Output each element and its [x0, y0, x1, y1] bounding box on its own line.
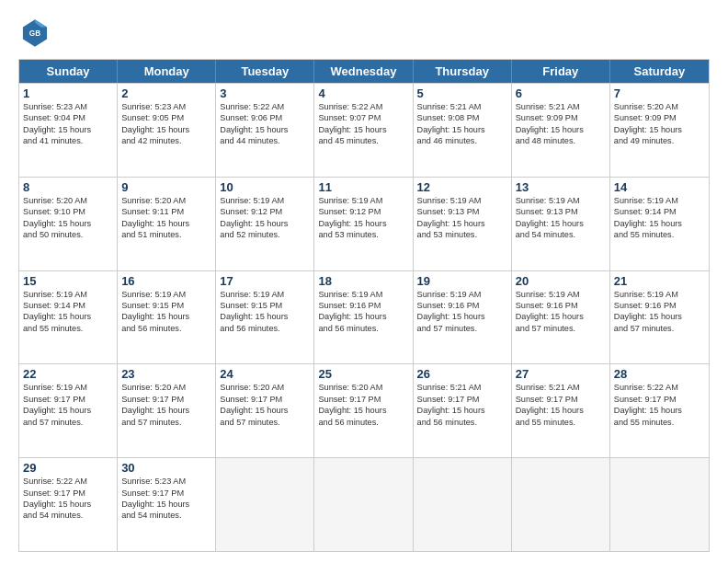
day-cell-9: 9Sunrise: 5:20 AMSunset: 9:11 PMDaylight…	[118, 178, 216, 270]
day-number: 2	[121, 86, 211, 100]
day-number: 19	[417, 274, 507, 288]
cell-line: Sunrise: 5:19 AM	[614, 195, 705, 206]
day-cell-23: 23Sunrise: 5:20 AMSunset: 9:17 PMDayligh…	[118, 364, 216, 457]
cell-line: Sunrise: 5:20 AM	[614, 101, 705, 112]
day-cell-21: 21Sunrise: 5:19 AMSunset: 9:16 PMDayligh…	[610, 271, 709, 364]
cell-line: and 52 minutes.	[220, 229, 310, 240]
day-number: 3	[220, 86, 310, 100]
cell-line: and 55 minutes.	[614, 417, 705, 428]
cell-line: Sunrise: 5:19 AM	[121, 289, 211, 300]
cell-line: and 55 minutes.	[614, 229, 705, 240]
cell-line: Sunset: 9:17 PM	[121, 488, 211, 499]
cell-line: Sunrise: 5:19 AM	[220, 289, 310, 300]
calendar: SundayMondayTuesdayWednesdayThursdayFrid…	[18, 59, 710, 552]
cell-line: Daylight: 15 hours	[121, 499, 211, 510]
logo: GB	[18, 17, 57, 50]
cell-line: Daylight: 15 hours	[220, 218, 310, 229]
cell-line: and 57 minutes.	[220, 417, 310, 428]
calendar-row-3: 22Sunrise: 5:19 AMSunset: 9:17 PMDayligh…	[19, 363, 709, 457]
cell-line: and 57 minutes.	[121, 417, 211, 428]
cell-line: Sunset: 9:16 PM	[614, 300, 705, 311]
cell-line: Sunset: 9:05 PM	[121, 112, 211, 123]
cell-line: Sunset: 9:08 PM	[417, 112, 507, 123]
cell-line: and 56 minutes.	[318, 323, 408, 334]
day-number: 25	[318, 367, 408, 381]
cell-line: Sunrise: 5:19 AM	[417, 289, 507, 300]
cell-line: Sunset: 9:14 PM	[23, 300, 113, 311]
day-number: 7	[614, 86, 705, 100]
day-number: 23	[121, 367, 211, 381]
cell-line: Daylight: 15 hours	[417, 124, 507, 135]
day-cell-8: 8Sunrise: 5:20 AMSunset: 9:10 PMDaylight…	[19, 178, 118, 270]
cell-line: Sunrise: 5:19 AM	[23, 289, 113, 300]
cell-line: and 56 minutes.	[220, 323, 310, 334]
day-cell-24: 24Sunrise: 5:20 AMSunset: 9:17 PMDayligh…	[216, 364, 314, 457]
day-number: 11	[318, 180, 408, 194]
cell-line: and 51 minutes.	[121, 229, 211, 240]
cell-line: Sunrise: 5:23 AM	[121, 476, 211, 487]
day-number: 21	[614, 274, 705, 288]
day-cell-29: 29Sunrise: 5:22 AMSunset: 9:17 PMDayligh…	[19, 458, 118, 551]
cell-line: Sunset: 9:14 PM	[614, 206, 705, 217]
cell-line: and 53 minutes.	[417, 229, 507, 240]
header-day-monday: Monday	[118, 60, 216, 83]
cell-line: Sunrise: 5:20 AM	[121, 195, 211, 206]
cell-line: and 56 minutes.	[318, 417, 408, 428]
cell-line: Daylight: 15 hours	[516, 124, 606, 135]
cell-line: Sunset: 9:15 PM	[220, 300, 310, 311]
cell-line: and 42 minutes.	[121, 135, 211, 146]
cell-line: Sunset: 9:17 PM	[516, 394, 606, 405]
day-number: 4	[318, 86, 408, 100]
calendar-row-0: 1Sunrise: 5:23 AMSunset: 9:04 PMDaylight…	[19, 83, 709, 177]
day-number: 20	[516, 274, 606, 288]
day-cell-27: 27Sunrise: 5:21 AMSunset: 9:17 PMDayligh…	[512, 364, 610, 457]
day-cell-16: 16Sunrise: 5:19 AMSunset: 9:15 PMDayligh…	[118, 271, 216, 364]
cell-line: and 57 minutes.	[516, 323, 606, 334]
header-day-saturday: Saturday	[610, 60, 709, 83]
day-cell-22: 22Sunrise: 5:19 AMSunset: 9:17 PMDayligh…	[19, 364, 118, 457]
cell-line: Sunrise: 5:19 AM	[318, 195, 408, 206]
cell-line: Daylight: 15 hours	[417, 405, 507, 416]
calendar-row-1: 8Sunrise: 5:20 AMSunset: 9:10 PMDaylight…	[19, 177, 709, 270]
cell-line: Sunset: 9:13 PM	[417, 206, 507, 217]
cell-line: and 41 minutes.	[23, 135, 113, 146]
cell-line: and 54 minutes.	[23, 510, 113, 521]
day-number: 29	[23, 461, 113, 475]
cell-line: Sunrise: 5:23 AM	[121, 101, 211, 112]
day-cell-19: 19Sunrise: 5:19 AMSunset: 9:16 PMDayligh…	[414, 271, 512, 364]
cell-line: and 54 minutes.	[516, 229, 606, 240]
cell-line: Sunrise: 5:21 AM	[516, 101, 606, 112]
cell-line: Sunset: 9:15 PM	[121, 300, 211, 311]
cell-line: Daylight: 15 hours	[23, 499, 113, 510]
page: GB SundayMondayTuesdayWednesdayThursdayF…	[0, 0, 728, 563]
cell-line: Sunset: 9:16 PM	[318, 300, 408, 311]
cell-line: Daylight: 15 hours	[318, 124, 408, 135]
day-cell-17: 17Sunrise: 5:19 AMSunset: 9:15 PMDayligh…	[216, 271, 314, 364]
cell-line: and 54 minutes.	[121, 510, 211, 521]
day-number: 14	[614, 180, 705, 194]
day-cell-4: 4Sunrise: 5:22 AMSunset: 9:07 PMDaylight…	[314, 84, 413, 177]
day-number: 15	[23, 274, 113, 288]
cell-line: Sunrise: 5:19 AM	[417, 195, 507, 206]
header-day-wednesday: Wednesday	[314, 60, 413, 83]
day-cell-13: 13Sunrise: 5:19 AMSunset: 9:13 PMDayligh…	[512, 178, 610, 270]
cell-line: and 55 minutes.	[516, 417, 606, 428]
cell-line: Sunset: 9:17 PM	[220, 394, 310, 405]
cell-line: and 57 minutes.	[23, 417, 113, 428]
cell-line: Sunrise: 5:21 AM	[417, 382, 507, 393]
day-cell-11: 11Sunrise: 5:19 AMSunset: 9:12 PMDayligh…	[314, 178, 413, 270]
day-number: 9	[121, 180, 211, 194]
day-cell-10: 10Sunrise: 5:19 AMSunset: 9:12 PMDayligh…	[216, 178, 314, 270]
day-cell-30: 30Sunrise: 5:23 AMSunset: 9:17 PMDayligh…	[118, 458, 216, 551]
day-cell-12: 12Sunrise: 5:19 AMSunset: 9:13 PMDayligh…	[414, 178, 512, 270]
cell-line: Daylight: 15 hours	[318, 405, 408, 416]
cell-line: and 56 minutes.	[417, 417, 507, 428]
cell-line: Daylight: 15 hours	[516, 311, 606, 322]
day-cell-5: 5Sunrise: 5:21 AMSunset: 9:08 PMDaylight…	[414, 84, 512, 177]
day-cell-25: 25Sunrise: 5:20 AMSunset: 9:17 PMDayligh…	[314, 364, 413, 457]
cell-line: Sunset: 9:10 PM	[23, 206, 113, 217]
cell-line: Sunrise: 5:19 AM	[23, 382, 113, 393]
empty-cell-4-5	[512, 458, 610, 551]
day-number: 1	[23, 86, 113, 100]
cell-line: Sunset: 9:16 PM	[516, 300, 606, 311]
